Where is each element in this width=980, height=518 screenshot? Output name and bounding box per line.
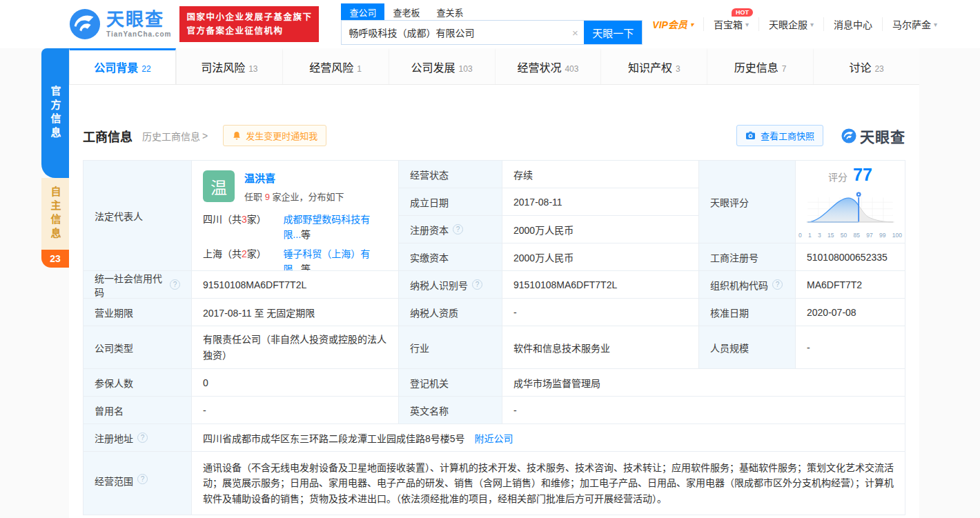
region-distribution: 四川（共3家） 成都野望数码科技有限...等 上海（共2家） 锤子科贸（上海）有… — [192, 210, 398, 271]
field-label-industry: 行业 — [399, 326, 502, 369]
bell-icon — [232, 131, 242, 141]
field-label-registered-capital: 注册资本 ? — [399, 216, 502, 243]
tianyancha-logo-icon — [69, 8, 101, 40]
field-label-registered-address: 注册地址 ? — [84, 424, 192, 452]
tab-discussion[interactable]: 讨论23 — [813, 48, 919, 84]
field-label-organization-code: 组织机构代码 ? — [699, 271, 796, 299]
nav-message-center[interactable]: 消息中心 — [823, 17, 882, 31]
nav-toolbox[interactable]: HOT 百宝箱 ▾ — [703, 17, 758, 31]
tab-company-background[interactable]: 公司背景22 — [69, 48, 176, 84]
field-value-business-status: 存续 — [502, 161, 699, 188]
side-tab-self-info[interactable]: 自主信息 — [41, 178, 69, 250]
search-tab-boss[interactable]: 查老板 — [384, 3, 428, 20]
chevron-down-icon: ▾ — [934, 21, 937, 28]
company-link[interactable]: 锤子科贸（上海）有限... — [283, 248, 370, 271]
search-area: 查公司 查老板 查关系 × 天眼一下 — [341, 3, 643, 45]
legal-representative-name-link[interactable]: 温洪喜 — [244, 172, 275, 184]
top-nav: VIP会员 ▾ HOT 百宝箱 ▾ 天眼企服 ▾ 消息中心 马尔萨金 ▾ — [643, 17, 980, 31]
field-label-establishment-date: 成立日期 — [399, 188, 502, 216]
field-value-registered-capital: 2000万人民币 — [502, 216, 699, 243]
help-icon[interactable]: ? — [137, 474, 148, 484]
help-icon[interactable]: ? — [170, 279, 180, 290]
view-snapshot-button[interactable]: 查看工商快照 — [736, 125, 823, 146]
help-icon[interactable]: ? — [453, 224, 463, 235]
nav-enterprise-service-label: 天眼企服 — [769, 17, 807, 31]
tianyancha-logo[interactable]: 天眼查 TianYanCha.com — [69, 8, 171, 40]
tianyan-score-cell: 评分 77 — [796, 161, 905, 243]
search-input[interactable] — [342, 21, 566, 44]
logo-domain: TianYanCha.com — [106, 30, 171, 38]
side-tab-official-label: 官方信息 — [48, 86, 63, 141]
search-box: × 天眼一下 — [341, 20, 643, 45]
field-label-tianyan-score: 天眼评分 — [699, 161, 796, 243]
nav-vip-member[interactable]: VIP会员 ▾ — [643, 17, 703, 31]
field-value-english-name: - — [502, 397, 905, 424]
tab-history-info[interactable]: 历史信息7 — [707, 48, 813, 84]
history-business-info-link[interactable]: 历史工商信息 > — [142, 129, 208, 143]
nearby-companies-link[interactable]: 附近公司 — [475, 431, 513, 445]
camera-icon — [745, 131, 756, 140]
field-label-business-scope: 经营范围 ? — [84, 452, 192, 515]
field-label-approval-date: 核准日期 — [699, 299, 796, 326]
nav-vip-label: VIP会员 — [652, 17, 687, 31]
field-label-registry-authority: 登记机关 — [399, 369, 502, 397]
certification-badge: 国家中小企业发展子基金旗下 官方备案企业征信机构 — [179, 6, 319, 42]
help-icon[interactable]: ? — [472, 279, 482, 290]
tab-judicial-risk[interactable]: 司法风险13 — [176, 48, 282, 84]
nav-user-menu[interactable]: 马尔萨金 ▾ — [882, 17, 947, 31]
field-value-taxpayer-id: 91510108MA6DFT7T2L — [502, 271, 699, 299]
field-label-former-name: 曾用名 — [84, 397, 192, 424]
legal-representative-jobs: 任职 9 家企业，分布如下 — [244, 190, 344, 203]
field-label-company-type: 公司类型 — [84, 326, 192, 369]
legal-representative-cell: 温 温洪喜 任职 9 家企业，分布如下 四川（共3家） 成都野望数码科技有限..… — [192, 161, 399, 271]
field-label-business-status: 经营状态 — [399, 161, 502, 188]
nav-enterprise-service[interactable]: 天眼企服 ▾ — [758, 17, 823, 31]
field-value-former-name: - — [192, 397, 399, 424]
region-row: 四川（共3家） 成都野望数码科技有限...等 — [192, 210, 398, 244]
side-tab-self-label: 自主信息 — [48, 186, 63, 241]
field-label-legal-representative: 法定代表人 — [84, 161, 192, 271]
nav-message-center-label: 消息中心 — [834, 17, 872, 31]
score-distribution-chart — [798, 189, 902, 226]
field-value-organization-code: MA6DFT7T2 — [796, 271, 905, 299]
self-info-count-badge: 23 — [41, 250, 69, 268]
company-link[interactable]: 成都野望数码科技有限... — [283, 214, 370, 240]
help-icon[interactable]: ? — [772, 279, 783, 290]
side-tab-official-info[interactable]: 官方信息 — [41, 48, 69, 178]
certification-badge-line1: 国家中小企业发展子基金旗下 — [186, 10, 312, 24]
tianyancha-watermark: 天眼查 — [841, 126, 905, 146]
section-title: 工商信息 — [83, 127, 133, 145]
field-label-english-name: 英文名称 — [399, 397, 502, 424]
notify-change-button[interactable]: 发生变更时通知我 — [223, 125, 326, 146]
help-icon[interactable]: ? — [137, 432, 148, 443]
certification-badge-line2: 官方备案企业征信机构 — [186, 24, 312, 38]
field-label-taxpayer-quality: 纳税人资质 — [399, 299, 502, 326]
tab-operation-risk[interactable]: 经营风险1 — [282, 48, 389, 84]
tab-operation-status[interactable]: 经营状况403 — [495, 48, 601, 84]
tab-company-development[interactable]: 公司发展103 — [389, 48, 495, 84]
field-label-taxpayer-id: 纳税人识别号 ? — [399, 271, 502, 299]
field-value-establishment-date: 2017-08-11 — [502, 188, 699, 216]
top-header: 天眼查 TianYanCha.com 国家中小企业发展子基金旗下 官方备案企业征… — [0, 0, 980, 48]
field-value-company-type: 有限责任公司（非自然人投资或控股的法人独资） — [192, 326, 399, 369]
field-label-business-term: 营业期限 — [84, 299, 192, 326]
field-value-approval-date: 2020-07-08 — [796, 299, 905, 326]
main-card: 公司背景22 司法风险13 经营风险1 公司发展103 经营状况403 知识产权… — [69, 48, 919, 518]
nav-user-name: 马尔萨金 — [892, 17, 931, 31]
field-value-registry-authority: 成华市场监督管理局 — [502, 369, 905, 397]
search-button[interactable]: 天眼一下 — [584, 21, 642, 44]
field-value-registration-number: 510108000652335 — [796, 243, 905, 271]
search-tab-company[interactable]: 查公司 — [341, 3, 384, 20]
clear-search-icon[interactable]: × — [566, 21, 584, 44]
field-label-credit-code: 统一社会信用代码 ? — [84, 271, 192, 299]
field-value-registered-address: 四川省成都市成华区东三环路二段龙潭工业园成佳路8号楼5号 附近公司 — [192, 424, 905, 452]
field-value-taxpayer-quality: - — [502, 299, 699, 326]
tab-intellectual-property[interactable]: 知识产权3 — [600, 48, 707, 84]
field-value-insured-count: 0 — [192, 369, 399, 397]
search-tab-relation[interactable]: 查关系 — [428, 3, 471, 20]
avatar[interactable]: 温 — [203, 170, 235, 202]
field-label-insured-count: 参保人数 — [84, 369, 192, 397]
field-value-paid-capital: 2000万人民币 — [502, 243, 699, 271]
search-tabs: 查公司 查老板 查关系 — [341, 3, 643, 20]
arrow-right-icon: > — [202, 130, 208, 141]
